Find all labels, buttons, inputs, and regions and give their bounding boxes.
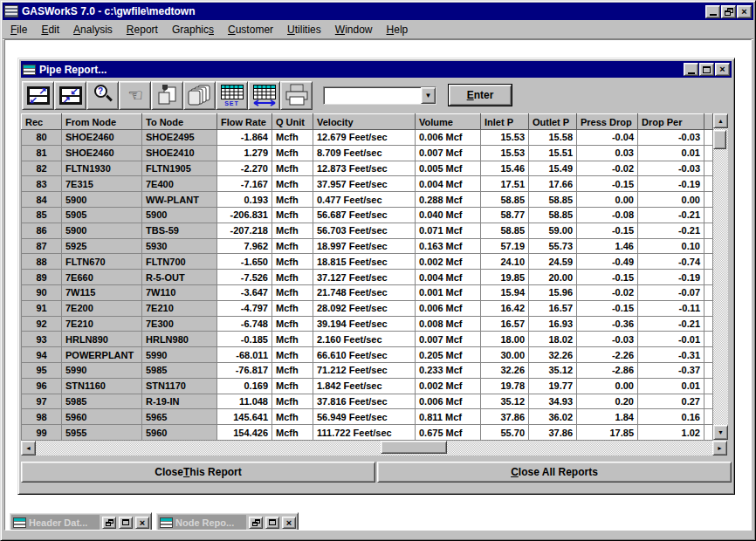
cell[interactable]: -2.86	[577, 362, 638, 378]
cell[interactable]: 17.66	[529, 176, 577, 192]
cell[interactable]: -0.03	[638, 161, 704, 176]
cell[interactable]: 16.57	[481, 316, 529, 332]
cell[interactable]: SHOE2410	[142, 145, 217, 161]
cell[interactable]: 17.51	[481, 176, 529, 192]
cell[interactable]: 24.10	[481, 254, 529, 270]
cell[interactable]: 58.77	[481, 207, 529, 223]
cell[interactable]: 71.212 Feet/sec	[313, 362, 416, 378]
table-row[interactable]: 93HRLN890HRLN980-0.185Mcfh2.160 Feet/sec…	[22, 332, 713, 347]
cell[interactable]: 98	[22, 409, 62, 425]
table-row[interactable]: 9559905985-76.817Mcfh71.212 Feet/sec0.23…	[22, 362, 713, 378]
minimized-close-button[interactable]: ×	[135, 517, 149, 529]
menu-item-customer[interactable]: Customer	[221, 22, 280, 38]
cell[interactable]: Mcfh	[272, 332, 313, 347]
cell[interactable]: 39.194 Feet/sec	[313, 316, 416, 332]
close-this-report-button[interactable]: Close This Report	[21, 462, 375, 483]
cell[interactable]: 15.49	[529, 161, 577, 176]
column-header-velocity[interactable]: Velocity	[313, 114, 416, 130]
cell[interactable]: -0.49	[577, 254, 638, 270]
cell[interactable]: 5990	[142, 347, 217, 363]
cell[interactable]: 0.233 Mcf	[416, 362, 481, 378]
cell[interactable]: STN1160	[62, 378, 142, 394]
cell[interactable]: -1.650	[217, 254, 272, 270]
cell[interactable]: 0.20	[577, 394, 638, 409]
cell[interactable]: 28.092 Feet/sec	[313, 300, 416, 316]
scroll-left-button[interactable]: ◄	[21, 441, 36, 455]
cell[interactable]: HRLN980	[142, 332, 217, 347]
cell[interactable]: SHOE2495	[142, 130, 217, 146]
table-row[interactable]: 927E2107E300-6.748Mcfh39.194 Feet/sec0.0…	[22, 316, 713, 332]
cell[interactable]: 96	[22, 378, 62, 394]
cell[interactable]: SHOE2460	[62, 145, 142, 161]
cell[interactable]: 37.127 Feet/sec	[313, 270, 416, 285]
shrink-report-button[interactable]: ↙↗	[54, 81, 86, 110]
cell[interactable]: 5965	[142, 409, 217, 425]
cell[interactable]: 15.96	[529, 284, 577, 300]
cell[interactable]: -0.15	[577, 176, 638, 192]
cell[interactable]: -0.36	[577, 316, 638, 332]
cell[interactable]: 85	[22, 207, 62, 223]
cell[interactable]: 92	[22, 316, 62, 332]
cell[interactable]: 37.86	[481, 409, 529, 425]
cell[interactable]: -0.07	[638, 284, 704, 300]
cell[interactable]: 7E210	[142, 300, 217, 316]
cell[interactable]: Mcfh	[272, 207, 313, 223]
cell[interactable]: 18.997 Feet/sec	[313, 238, 416, 254]
restore-button[interactable]	[721, 5, 736, 18]
cell[interactable]: SHOE2460	[62, 130, 142, 146]
cell[interactable]: 0.007 Mcf	[416, 145, 481, 161]
cell[interactable]: 32.26	[481, 362, 529, 378]
close-all-reports-button[interactable]: Close All Reports	[377, 462, 732, 483]
cell[interactable]: 1.02	[638, 425, 704, 441]
cell[interactable]: -2.26	[577, 347, 638, 363]
cell[interactable]: Mcfh	[272, 378, 313, 394]
scroll-up-button[interactable]: ▲	[713, 113, 728, 128]
cell[interactable]: 1.842 Feet/sec	[313, 378, 416, 394]
close-button[interactable]: ×	[737, 5, 752, 18]
cell[interactable]: 89	[22, 270, 62, 285]
cell[interactable]: -4.797	[217, 300, 272, 316]
cell[interactable]: 58.85	[529, 207, 577, 223]
cell[interactable]: 37.86	[529, 425, 577, 441]
cell[interactable]: 15.94	[481, 284, 529, 300]
cell[interactable]: 93	[22, 332, 62, 347]
column-header-to-node[interactable]: To Node	[142, 114, 217, 130]
cell[interactable]: 12.679 Feet/sec	[313, 130, 416, 146]
cell[interactable]: -0.21	[638, 207, 704, 223]
column-header-inlet-p[interactable]: Inlet P	[481, 114, 529, 130]
cell[interactable]: 16.42	[481, 300, 529, 316]
expand-report-button[interactable]: ↗↙	[22, 81, 54, 110]
cell[interactable]: 7E400	[142, 176, 217, 192]
cell[interactable]: Mcfh	[272, 362, 313, 378]
vertical-scroll-track[interactable]	[713, 128, 728, 425]
cell[interactable]: 90	[22, 284, 62, 300]
goto-record-button[interactable]: ☞	[119, 81, 151, 110]
cell[interactable]: 1.84	[577, 409, 638, 425]
cell[interactable]: 0.008 Mcf	[416, 316, 481, 332]
cell[interactable]: 11.048	[217, 394, 272, 409]
table-row[interactable]: 87592559307.962Mcfh18.997 Feet/sec0.163 …	[22, 238, 713, 254]
cell[interactable]: R-19-IN	[142, 394, 217, 409]
cell[interactable]: -0.19	[638, 270, 704, 285]
cell[interactable]: 36.02	[529, 409, 577, 425]
cell[interactable]: 15.46	[481, 161, 529, 176]
cell[interactable]: 30.00	[481, 347, 529, 363]
report-icon[interactable]	[23, 65, 36, 75]
vertical-scrollbar[interactable]: ▲ ▼	[713, 113, 728, 440]
cell[interactable]: -0.03	[577, 332, 638, 347]
combobox-value[interactable]	[324, 87, 421, 104]
cell[interactable]: 0.675 Mcf	[416, 425, 481, 441]
cell[interactable]: 56.949 Feet/sec	[313, 409, 416, 425]
cell[interactable]: Mcfh	[272, 394, 313, 409]
cell[interactable]: 111.722 Feet/sec	[313, 425, 416, 441]
cell[interactable]: HRLN890	[62, 332, 142, 347]
cell[interactable]: TBS-59	[142, 223, 217, 238]
cell[interactable]: -0.02	[577, 161, 638, 176]
cell[interactable]: Mcfh	[272, 270, 313, 285]
cell[interactable]: 0.00	[577, 192, 638, 208]
cell[interactable]: 0.00	[577, 378, 638, 394]
cell[interactable]: Mcfh	[272, 176, 313, 192]
cell[interactable]: -0.37	[638, 362, 704, 378]
cell[interactable]: 1.279	[217, 145, 272, 161]
table-row[interactable]: 80SHOE2460SHOE2495-1.864Mcfh12.679 Feet/…	[22, 130, 713, 146]
